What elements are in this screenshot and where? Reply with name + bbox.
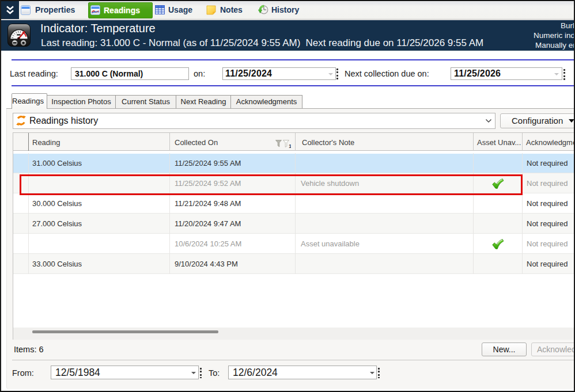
svg-text:1: 1	[289, 143, 291, 149]
